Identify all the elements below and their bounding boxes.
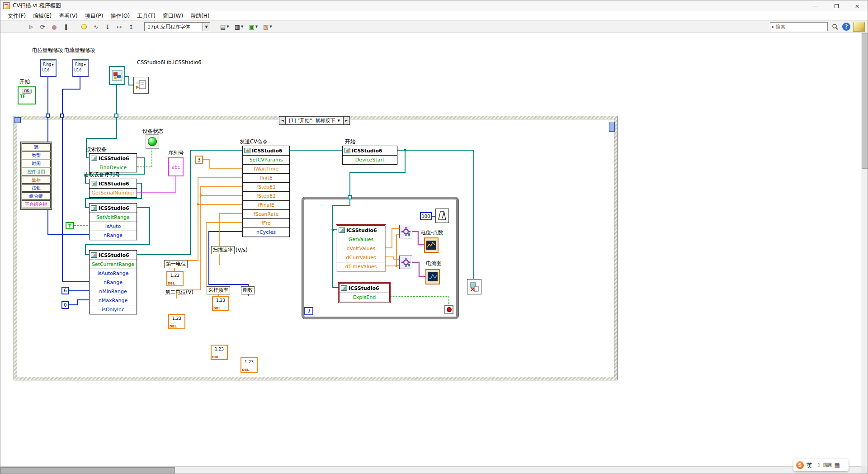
block-diagram-canvas[interactable]: ◄ [1] "开始": 鼠标按下▼ ► <box>0 33 861 466</box>
step-over-button[interactable]: ↦ <box>114 22 124 32</box>
event-data-item: 按钮 <box>22 184 51 192</box>
ime-toolbar[interactable]: S 英 ☽ ⌨ ▦ <box>793 459 849 471</box>
invoke-node-row: SetCurrentRange <box>90 260 137 269</box>
waveform-chart-terminal[interactable] <box>424 237 439 253</box>
menu-project[interactable]: 项目(P) <box>81 11 107 21</box>
keyboard-icon[interactable]: ⌨ <box>823 462 832 469</box>
menu-operate[interactable]: 操作(O) <box>107 11 133 21</box>
waveform-chart-terminal[interactable] <box>425 269 440 284</box>
constant-3[interactable]: 3 <box>195 156 203 164</box>
invoke-node-row: nRange <box>90 231 137 240</box>
loop-condition-terminal[interactable] <box>444 305 453 314</box>
vertical-scrollbar[interactable] <box>861 33 868 466</box>
distribute-objects-button[interactable]: ▥▼ <box>233 22 245 32</box>
vertical-scrollbar-thumb[interactable] <box>862 33 868 169</box>
run-continuous-button[interactable]: ⟳ <box>38 22 47 32</box>
menu-window[interactable]: 窗口(W) <box>159 11 187 21</box>
pot-range-ring-terminal[interactable]: Ring▼ U16 <box>40 59 57 77</box>
event-case-selector[interactable]: ◄ [1] "开始": 鼠标按下▼ ► <box>279 116 350 125</box>
numeric-value: 1.23 <box>167 273 183 278</box>
abort-button[interactable]: ● <box>49 22 59 32</box>
maximize-button[interactable] <box>826 0 847 11</box>
search-input[interactable] <box>776 24 821 30</box>
next-case-arrow[interactable]: ► <box>343 116 350 125</box>
minimize-button[interactable] <box>805 0 826 11</box>
start-boolean-terminal[interactable]: OK TF <box>18 86 36 104</box>
horizontal-scrollbar-thumb[interactable] <box>0 467 175 474</box>
tunnel <box>114 114 118 118</box>
numeric-value: 1.23 <box>213 298 228 303</box>
type-label: DBL <box>168 282 175 285</box>
invoke-node-row: dTimeValues <box>337 262 385 271</box>
previous-case-arrow[interactable]: ◄ <box>279 116 286 125</box>
retain-wire-values-button[interactable]: ∿ <box>91 22 101 32</box>
close-reference-node[interactable] <box>467 279 481 294</box>
icsstudio6-refnum-terminal[interactable] <box>109 66 125 85</box>
moon-icon[interactable]: ☽ <box>815 462 821 469</box>
chart2-label: 电流图 <box>426 260 442 267</box>
second-e-numeric-terminal[interactable]: 1.23 DBL <box>168 314 185 329</box>
run-button[interactable]: ➤ <box>26 22 36 32</box>
int-constant-0[interactable]: 0 <box>61 301 69 309</box>
int-constant-6[interactable]: 6 <box>61 287 69 294</box>
led-icon <box>148 137 157 146</box>
reorder-objects-button[interactable]: ▧▼ <box>261 22 274 32</box>
align-objects-button[interactable]: ▤▼ <box>218 22 231 32</box>
case-dropdown-icon[interactable]: ▼ <box>337 119 340 123</box>
vi-icon <box>3 2 10 9</box>
boolean-true-constant[interactable]: T <box>66 222 74 229</box>
toolbox-icon[interactable]: ▦ <box>834 462 840 469</box>
serial-string-indicator[interactable]: abc <box>168 157 184 176</box>
step-into-button[interactable]: ↧ <box>103 22 113 32</box>
resize-objects-button[interactable]: ▣▼ <box>247 22 259 32</box>
invoke-node-get-values[interactable]: ICSStudio6 GetValues dVoltValues dCurrVa… <box>337 225 385 271</box>
event-data-node[interactable]: 源 类型 时间 控件引用 坐标 按钮 组合键 平台组合键 <box>20 142 52 210</box>
search-button[interactable] <box>830 22 840 31</box>
menu-view[interactable]: 查看(V) <box>55 11 81 21</box>
menu-help[interactable]: 帮助(H) <box>187 11 213 21</box>
cycles-numeric-terminal[interactable]: 1.23 DBL <box>241 357 258 373</box>
menu-edit[interactable]: 编辑(E) <box>29 11 55 21</box>
pause-button[interactable]: ‖ <box>61 22 71 32</box>
type-label: DBL <box>242 368 249 372</box>
font-selector[interactable]: 17pt 应用程序字体 ▼ <box>144 22 210 31</box>
class-name: ICSStudio6 <box>99 252 129 258</box>
help-button[interactable]: ? <box>842 23 850 31</box>
automation-open-node[interactable]: 0 <box>133 77 149 94</box>
close-button[interactable]: × <box>847 0 868 11</box>
constant-100[interactable]: 100 <box>420 212 432 220</box>
sample-freq-numeric-terminal[interactable]: 1.23 DBL <box>211 345 228 360</box>
get-serial-label: 读取设备序列号 <box>84 171 120 178</box>
highlight-execution-button[interactable] <box>79 22 89 32</box>
invoke-node-find-device[interactable]: ICSStudio6 FindDevice <box>89 153 137 172</box>
type-label: U16 <box>74 68 87 72</box>
scan-rate-numeric-terminal[interactable]: 1.23 DBL <box>212 296 229 311</box>
invoke-node-exp-is-end[interactable]: ICSStudio6 ExpIsEnd <box>339 283 390 302</box>
build-xy-graph-node[interactable] <box>399 256 412 269</box>
search-box[interactable]: ▸ <box>770 22 828 31</box>
invoke-node-row: fStepE2 <box>243 191 289 200</box>
invoke-node-set-volt-range[interactable]: ICSStudio6 SetVoltRange isAuto nRange <box>89 203 137 240</box>
wait-ms-node[interactable] <box>435 209 449 223</box>
invoke-node-row: GetSerialNumber <box>90 188 137 197</box>
sogou-logo-icon[interactable]: S <box>796 461 804 469</box>
menu-tools[interactable]: 工具(T) <box>133 11 159 21</box>
horizontal-scrollbar[interactable] <box>0 466 861 474</box>
event-data-item: 坐标 <box>22 176 51 184</box>
magnifier-icon <box>832 24 838 30</box>
invoke-node-device-start[interactable]: ICSStudio6 DeviceStart <box>342 146 397 165</box>
ring-glyph: Ring <box>43 62 51 66</box>
invoke-node-set-cv-params[interactable]: ICSStudio6 SetCVParams fWaitTime fInitE … <box>242 146 290 237</box>
context-help-button[interactable] <box>853 22 865 32</box>
device-status-led[interactable] <box>146 134 159 149</box>
cur-range-ring-terminal[interactable]: Ring▼ U16 <box>72 59 89 77</box>
first-e-numeric-terminal[interactable]: 1.23 DBL <box>166 271 184 286</box>
step-out-button[interactable]: ↥ <box>126 22 136 32</box>
build-xy-graph-node[interactable] <box>399 225 412 238</box>
string-wires <box>137 176 176 192</box>
invoke-node-get-serial[interactable]: ICSStudio6 GetSerialNumber <box>89 179 137 198</box>
font-dropdown-icon[interactable]: ▼ <box>203 23 210 31</box>
invoke-node-set-current-range[interactable]: ICSStudio6 SetCurrentRange isAutoRange n… <box>89 250 137 314</box>
menu-file[interactable]: 文件(F) <box>4 11 29 21</box>
ime-mode-indicator[interactable]: 英 <box>807 461 812 469</box>
